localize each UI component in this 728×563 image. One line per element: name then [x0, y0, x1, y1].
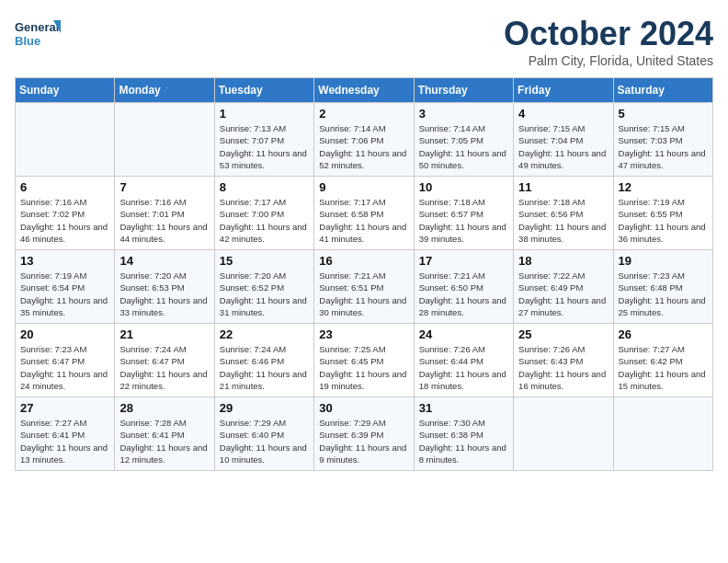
calendar-cell: 6Sunrise: 7:16 AM Sunset: 7:02 PM Daylig…	[16, 177, 115, 250]
day-number: 16	[319, 254, 408, 268]
day-info: Sunrise: 7:16 AM Sunset: 7:02 PM Dayligh…	[20, 196, 109, 245]
month-title: October 2024	[504, 15, 713, 53]
day-number: 25	[518, 327, 608, 341]
calendar-cell: 7Sunrise: 7:16 AM Sunset: 7:01 PM Daylig…	[115, 177, 214, 250]
calendar-cell: 5Sunrise: 7:15 AM Sunset: 7:03 PM Daylig…	[613, 103, 712, 177]
day-number: 22	[220, 327, 309, 341]
day-number: 24	[419, 327, 508, 341]
day-header: Tuesday	[214, 78, 313, 103]
day-number: 27	[20, 401, 109, 415]
day-header-row: SundayMondayTuesdayWednesdayThursdayFrid…	[16, 78, 713, 103]
calendar-cell: 25Sunrise: 7:26 AM Sunset: 6:43 PM Dayli…	[514, 324, 613, 397]
day-info: Sunrise: 7:22 AM Sunset: 6:49 PM Dayligh…	[518, 270, 608, 318]
day-number: 20	[20, 327, 109, 341]
logo: General Blue	[15, 15, 61, 56]
day-info: Sunrise: 7:21 AM Sunset: 6:51 PM Dayligh…	[319, 270, 408, 318]
day-info: Sunrise: 7:18 AM Sunset: 6:56 PM Dayligh…	[518, 196, 608, 245]
day-number: 29	[220, 401, 309, 415]
day-number: 10	[419, 180, 508, 194]
calendar-cell: 30Sunrise: 7:29 AM Sunset: 6:39 PM Dayli…	[314, 397, 414, 471]
day-number: 7	[119, 180, 209, 194]
day-info: Sunrise: 7:29 AM Sunset: 6:40 PM Dayligh…	[220, 417, 309, 465]
day-info: Sunrise: 7:28 AM Sunset: 6:41 PM Dayligh…	[119, 417, 209, 465]
calendar-cell: 18Sunrise: 7:22 AM Sunset: 6:49 PM Dayli…	[514, 250, 613, 324]
calendar-week-row: 6Sunrise: 7:16 AM Sunset: 7:02 PM Daylig…	[16, 177, 713, 250]
title-block: October 2024 Palm City, Florida, United …	[504, 15, 713, 68]
day-number: 19	[619, 254, 708, 268]
calendar-week-row: 13Sunrise: 7:19 AM Sunset: 6:54 PM Dayli…	[16, 250, 713, 324]
day-number: 5	[619, 107, 708, 121]
calendar-cell: 31Sunrise: 7:30 AM Sunset: 6:38 PM Dayli…	[414, 397, 513, 471]
calendar-cell	[16, 103, 115, 177]
day-number: 13	[20, 254, 109, 268]
calendar-cell: 26Sunrise: 7:27 AM Sunset: 6:42 PM Dayli…	[613, 324, 712, 397]
day-info: Sunrise: 7:21 AM Sunset: 6:50 PM Dayligh…	[419, 270, 508, 318]
day-info: Sunrise: 7:13 AM Sunset: 7:07 PM Dayligh…	[220, 122, 309, 171]
calendar-table: SundayMondayTuesdayWednesdayThursdayFrid…	[15, 77, 713, 471]
day-number: 3	[419, 107, 508, 121]
calendar-cell: 20Sunrise: 7:23 AM Sunset: 6:47 PM Dayli…	[16, 324, 115, 397]
calendar-cell: 8Sunrise: 7:17 AM Sunset: 7:00 PM Daylig…	[214, 177, 313, 250]
calendar-cell: 24Sunrise: 7:26 AM Sunset: 6:44 PM Dayli…	[414, 324, 513, 397]
day-number: 30	[319, 401, 408, 415]
day-number: 12	[619, 180, 708, 194]
calendar-cell: 19Sunrise: 7:23 AM Sunset: 6:48 PM Dayli…	[613, 250, 712, 324]
calendar-cell: 12Sunrise: 7:19 AM Sunset: 6:55 PM Dayli…	[613, 177, 712, 250]
day-info: Sunrise: 7:23 AM Sunset: 6:48 PM Dayligh…	[619, 270, 708, 318]
location: Palm City, Florida, United States	[504, 53, 713, 68]
day-number: 15	[220, 254, 309, 268]
calendar-cell: 11Sunrise: 7:18 AM Sunset: 6:56 PM Dayli…	[514, 177, 613, 250]
day-header: Wednesday	[314, 78, 414, 103]
day-number: 23	[319, 327, 408, 341]
day-number: 17	[419, 254, 508, 268]
logo-svg: General Blue	[15, 15, 61, 56]
day-number: 9	[319, 180, 408, 194]
day-info: Sunrise: 7:17 AM Sunset: 6:58 PM Dayligh…	[319, 196, 408, 245]
day-info: Sunrise: 7:26 AM Sunset: 6:43 PM Dayligh…	[518, 343, 608, 392]
day-info: Sunrise: 7:25 AM Sunset: 6:45 PM Dayligh…	[319, 343, 408, 392]
day-header: Sunday	[16, 78, 115, 103]
day-number: 14	[119, 254, 209, 268]
calendar-cell: 28Sunrise: 7:28 AM Sunset: 6:41 PM Dayli…	[115, 397, 214, 471]
day-number: 31	[419, 401, 508, 415]
calendar-cell: 14Sunrise: 7:20 AM Sunset: 6:53 PM Dayli…	[115, 250, 214, 324]
day-info: Sunrise: 7:27 AM Sunset: 6:42 PM Dayligh…	[619, 343, 708, 392]
calendar-cell: 22Sunrise: 7:24 AM Sunset: 6:46 PM Dayli…	[214, 324, 313, 397]
calendar-cell: 2Sunrise: 7:14 AM Sunset: 7:06 PM Daylig…	[314, 103, 414, 177]
day-info: Sunrise: 7:18 AM Sunset: 6:57 PM Dayligh…	[419, 196, 508, 245]
day-info: Sunrise: 7:14 AM Sunset: 7:05 PM Dayligh…	[419, 122, 508, 171]
calendar-week-row: 27Sunrise: 7:27 AM Sunset: 6:41 PM Dayli…	[16, 397, 713, 471]
day-number: 26	[619, 327, 708, 341]
day-info: Sunrise: 7:23 AM Sunset: 6:47 PM Dayligh…	[20, 343, 109, 392]
day-info: Sunrise: 7:24 AM Sunset: 6:47 PM Dayligh…	[119, 343, 209, 392]
day-header: Friday	[514, 78, 613, 103]
calendar-week-row: 1Sunrise: 7:13 AM Sunset: 7:07 PM Daylig…	[16, 103, 713, 177]
calendar-cell: 23Sunrise: 7:25 AM Sunset: 6:45 PM Dayli…	[314, 324, 414, 397]
day-info: Sunrise: 7:26 AM Sunset: 6:44 PM Dayligh…	[419, 343, 508, 392]
calendar-cell: 17Sunrise: 7:21 AM Sunset: 6:50 PM Dayli…	[414, 250, 513, 324]
day-number: 4	[518, 107, 608, 121]
calendar-cell: 21Sunrise: 7:24 AM Sunset: 6:47 PM Dayli…	[115, 324, 214, 397]
day-info: Sunrise: 7:15 AM Sunset: 7:03 PM Dayligh…	[619, 122, 708, 171]
svg-text:General: General	[15, 20, 59, 34]
day-info: Sunrise: 7:19 AM Sunset: 6:55 PM Dayligh…	[619, 196, 708, 245]
day-number: 28	[119, 401, 209, 415]
day-info: Sunrise: 7:24 AM Sunset: 6:46 PM Dayligh…	[220, 343, 309, 392]
day-number: 1	[220, 107, 309, 121]
day-number: 8	[220, 180, 309, 194]
day-info: Sunrise: 7:29 AM Sunset: 6:39 PM Dayligh…	[319, 417, 408, 465]
svg-text:Blue: Blue	[15, 34, 40, 48]
day-info: Sunrise: 7:27 AM Sunset: 6:41 PM Dayligh…	[20, 417, 109, 465]
calendar-cell: 13Sunrise: 7:19 AM Sunset: 6:54 PM Dayli…	[16, 250, 115, 324]
calendar-cell: 16Sunrise: 7:21 AM Sunset: 6:51 PM Dayli…	[314, 250, 414, 324]
calendar-cell: 15Sunrise: 7:20 AM Sunset: 6:52 PM Dayli…	[214, 250, 313, 324]
day-number: 2	[319, 107, 408, 121]
calendar-cell: 27Sunrise: 7:27 AM Sunset: 6:41 PM Dayli…	[16, 397, 115, 471]
day-info: Sunrise: 7:20 AM Sunset: 6:52 PM Dayligh…	[220, 270, 309, 318]
page-header: General Blue October 2024 Palm City, Flo…	[15, 15, 713, 68]
calendar-cell	[514, 397, 613, 471]
day-number: 11	[518, 180, 608, 194]
calendar-cell	[613, 397, 712, 471]
calendar-cell: 3Sunrise: 7:14 AM Sunset: 7:05 PM Daylig…	[414, 103, 513, 177]
day-info: Sunrise: 7:30 AM Sunset: 6:38 PM Dayligh…	[419, 417, 508, 465]
